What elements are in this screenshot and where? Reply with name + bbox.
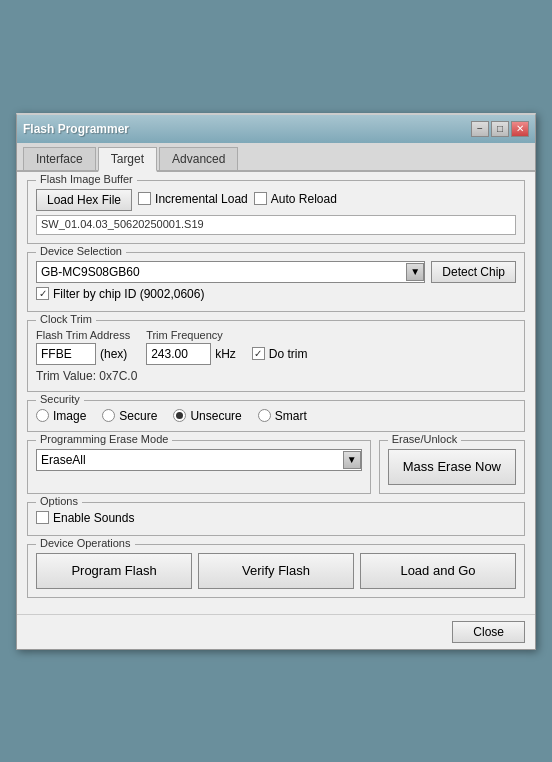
device-select-row: GB-MC9S08GB60 ▼ Detect Chip: [36, 261, 516, 283]
security-unsecure-option[interactable]: Unsecure: [173, 409, 241, 423]
device-selection-group: Device Selection GB-MC9S08GB60 ▼ Detect …: [27, 252, 525, 312]
flash-image-buffer-content: Load Hex File Incremental Load Auto Relo…: [36, 189, 516, 235]
restore-button[interactable]: □: [491, 121, 509, 137]
filter-chip-checkbox[interactable]: [36, 287, 49, 300]
security-unsecure-label: Unsecure: [190, 409, 241, 423]
hex-label: (hex): [100, 347, 127, 361]
auto-reload-checkbox[interactable]: [254, 192, 267, 205]
security-image-radio[interactable]: [36, 409, 49, 422]
detect-chip-button[interactable]: Detect Chip: [431, 261, 516, 283]
options-group-label: Options: [36, 495, 82, 507]
erase-unlock-content: Mass Erase Now: [388, 449, 516, 485]
device-operations-content: Program Flash Verify Flash Load and Go: [36, 553, 516, 589]
load-and-go-button[interactable]: Load and Go: [360, 553, 516, 589]
flash-trim-col: Flash Trim Address (hex): [36, 329, 130, 365]
device-combo-box[interactable]: GB-MC9S08GB60 ▼: [36, 261, 425, 283]
device-operations-label: Device Operations: [36, 537, 135, 549]
khz-label: kHz: [215, 347, 236, 361]
incremental-load-row: Incremental Load: [138, 192, 248, 206]
erase-unlock-label: Erase/Unlock: [388, 433, 461, 445]
file-path-display: SW_01.04.03_50620250001.S19: [36, 215, 516, 235]
tab-advanced[interactable]: Advanced: [159, 147, 238, 170]
title-bar-buttons: − □ ✕: [471, 121, 529, 137]
enable-sounds-label: Enable Sounds: [53, 511, 134, 525]
enable-sounds-row: Enable Sounds: [36, 511, 516, 525]
options-content: Enable Sounds: [36, 511, 516, 525]
device-selection-label: Device Selection: [36, 245, 126, 257]
flash-trim-addr-label: Flash Trim Address: [36, 329, 130, 341]
security-secure-label: Secure: [119, 409, 157, 423]
flash-image-buffer-row1: Load Hex File Incremental Load Auto Relo…: [36, 189, 516, 211]
programming-erase-label: Programming Erase Mode: [36, 433, 172, 445]
device-combo-value: GB-MC9S08GB60: [37, 265, 406, 279]
security-options-row: Image Secure Unsecure Smart: [36, 409, 516, 423]
trim-freq-input[interactable]: [146, 343, 211, 365]
device-combo-arrow[interactable]: ▼: [406, 263, 424, 281]
auto-reload-label: Auto Reload: [271, 192, 337, 206]
device-selection-content: GB-MC9S08GB60 ▼ Detect Chip Filter by ch…: [36, 261, 516, 301]
programming-erase-group: Programming Erase Mode EraseAll ▼: [27, 440, 371, 494]
window-title: Flash Programmer: [23, 122, 129, 136]
security-secure-radio[interactable]: [102, 409, 115, 422]
clock-trim-content: Flash Trim Address (hex) Trim Frequency …: [36, 329, 516, 383]
device-operations-group: Device Operations Program Flash Verify F…: [27, 544, 525, 598]
programming-erase-content: EraseAll ▼: [36, 449, 362, 471]
security-group-label: Security: [36, 393, 84, 405]
do-trim-checkbox[interactable]: [252, 347, 265, 360]
do-trim-row: Do trim: [252, 347, 308, 361]
trim-freq-label: Trim Frequency: [146, 329, 236, 341]
options-group: Options Enable Sounds: [27, 502, 525, 536]
security-content: Image Secure Unsecure Smart: [36, 409, 516, 423]
window-close-button[interactable]: ✕: [511, 121, 529, 137]
security-secure-option[interactable]: Secure: [102, 409, 157, 423]
trim-freq-input-row: kHz: [146, 343, 236, 365]
close-button[interactable]: Close: [452, 621, 525, 643]
minimize-button[interactable]: −: [471, 121, 489, 137]
tab-target[interactable]: Target: [98, 147, 157, 172]
flash-image-buffer-group: Flash Image Buffer Load Hex File Increme…: [27, 180, 525, 244]
load-hex-file-button[interactable]: Load Hex File: [36, 189, 132, 211]
title-bar: Flash Programmer − □ ✕: [17, 115, 535, 143]
flash-trim-input[interactable]: [36, 343, 96, 365]
security-image-option[interactable]: Image: [36, 409, 86, 423]
bottom-bar: Close: [17, 614, 535, 649]
erase-section: Programming Erase Mode EraseAll ▼ Erase/…: [27, 440, 525, 494]
security-image-label: Image: [53, 409, 86, 423]
auto-reload-row: Auto Reload: [254, 192, 337, 206]
security-smart-label: Smart: [275, 409, 307, 423]
erase-mode-arrow[interactable]: ▼: [343, 451, 361, 469]
clock-trim-group: Clock Trim Flash Trim Address (hex) Trim…: [27, 320, 525, 392]
verify-flash-button[interactable]: Verify Flash: [198, 553, 354, 589]
flash-trim-input-row: (hex): [36, 343, 130, 365]
do-trim-label: Do trim: [269, 347, 308, 361]
filter-chip-row: Filter by chip ID (9002,0606): [36, 287, 516, 301]
security-smart-radio[interactable]: [258, 409, 271, 422]
incremental-load-checkbox[interactable]: [138, 192, 151, 205]
tab-bar: Interface Target Advanced: [17, 143, 535, 172]
flash-image-buffer-label: Flash Image Buffer: [36, 173, 137, 185]
filter-chip-label: Filter by chip ID (9002,0606): [53, 287, 204, 301]
program-flash-button[interactable]: Program Flash: [36, 553, 192, 589]
main-content: Flash Image Buffer Load Hex File Increme…: [17, 172, 535, 614]
clock-trim-inner: Flash Trim Address (hex) Trim Frequency …: [36, 329, 516, 365]
security-unsecure-radio[interactable]: [173, 409, 186, 422]
erase-unlock-group: Erase/Unlock Mass Erase Now: [379, 440, 525, 494]
mass-erase-button[interactable]: Mass Erase Now: [388, 449, 516, 485]
erase-mode-combo[interactable]: EraseAll ▼: [36, 449, 362, 471]
incremental-load-label: Incremental Load: [155, 192, 248, 206]
erase-mode-value: EraseAll: [37, 453, 343, 467]
trim-value-display: Trim Value: 0x7C.0: [36, 369, 516, 383]
do-trim-col: Do trim: [252, 329, 308, 363]
device-ops-buttons-row: Program Flash Verify Flash Load and Go: [36, 553, 516, 589]
security-smart-option[interactable]: Smart: [258, 409, 307, 423]
main-window: Flash Programmer − □ ✕ Interface Target …: [16, 113, 536, 650]
trim-freq-col: Trim Frequency kHz: [146, 329, 236, 365]
clock-trim-label: Clock Trim: [36, 313, 96, 325]
tab-interface[interactable]: Interface: [23, 147, 96, 170]
enable-sounds-checkbox[interactable]: [36, 511, 49, 524]
security-group: Security Image Secure Unsecure: [27, 400, 525, 432]
